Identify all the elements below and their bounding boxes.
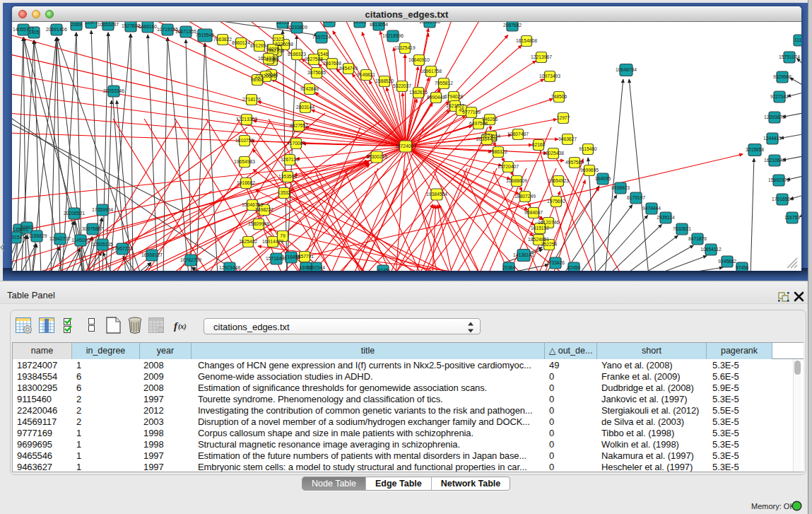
svg-text:7357224: 7357224	[312, 35, 331, 40]
svg-text:10688609: 10688609	[506, 178, 527, 183]
svg-text:9777169: 9777169	[462, 110, 481, 115]
svg-text:4957584: 4957584	[565, 160, 584, 165]
svg-text:17359934: 17359934	[92, 207, 113, 212]
svg-text:30975867: 30975867	[82, 226, 103, 231]
svg-text:92450: 92450	[567, 265, 581, 270]
svg-text:14136141: 14136141	[513, 252, 534, 257]
svg-text:5322037: 5322037	[393, 83, 411, 88]
svg-text:7632621: 7632621	[673, 226, 691, 231]
svg-text:16210643: 16210643	[764, 158, 785, 163]
svg-text:7625402: 7625402	[239, 239, 257, 244]
svg-text:1546: 1546	[318, 52, 329, 57]
svg-text:20364: 20364	[502, 265, 516, 270]
svg-text:16782759: 16782759	[180, 257, 201, 262]
svg-text:1244415: 1244415	[763, 136, 782, 141]
svg-text:98960: 98960	[251, 77, 264, 82]
svg-text:16958127: 16958127	[141, 252, 163, 257]
svg-text:2718176: 2718176	[242, 97, 261, 102]
svg-text:2935114: 2935114	[657, 215, 675, 220]
svg-text:16914479: 16914479	[262, 239, 283, 244]
svg-text:3498222: 3498222	[255, 207, 273, 212]
svg-text:9474444: 9474444	[642, 206, 661, 211]
svg-text:10648784: 10648784	[616, 67, 637, 72]
svg-text:1362615: 1362615	[409, 90, 428, 95]
svg-text:12213967: 12213967	[531, 54, 552, 59]
svg-text:9227342: 9227342	[770, 94, 789, 99]
svg-text:15809948: 15809948	[248, 221, 269, 226]
svg-text:18724007: 18724007	[395, 144, 416, 148]
svg-text:95827: 95827	[323, 22, 336, 23]
svg-text:17957223: 17957223	[112, 246, 133, 251]
svg-text:18524851: 18524851	[528, 237, 549, 242]
svg-text:2069: 2069	[71, 22, 82, 27]
svg-text:8960124: 8960124	[232, 40, 250, 45]
svg-text:15692971: 15692971	[768, 177, 789, 182]
svg-text:1527602: 1527602	[122, 23, 140, 28]
svg-text:2087682: 2087682	[503, 23, 522, 28]
svg-text:25300215: 25300215	[366, 154, 387, 159]
svg-text:7663822: 7663822	[213, 37, 232, 42]
svg-text:12213363: 12213363	[236, 117, 257, 122]
svg-text:12505135: 12505135	[92, 242, 113, 247]
svg-text:8427552: 8427552	[290, 123, 308, 128]
svg-text:4170064: 4170064	[287, 141, 305, 146]
svg-text:12093873: 12093873	[764, 115, 785, 119]
svg-text:97456: 97456	[736, 265, 749, 270]
svg-text:9463627: 9463627	[558, 136, 577, 141]
svg-text:1353594: 1353594	[278, 174, 297, 179]
svg-text:9245682: 9245682	[718, 259, 736, 264]
svg-text:20364436: 20364436	[476, 136, 498, 141]
svg-text:7515546: 7515546	[196, 33, 214, 37]
svg-text:9245: 9245	[378, 268, 389, 271]
svg-text:20992: 20992	[20, 225, 34, 230]
svg-text:1588520: 1588520	[375, 78, 394, 83]
svg-text:8813054: 8813054	[370, 22, 388, 27]
svg-text:8938923: 8938923	[611, 185, 630, 190]
svg-text:16961758: 16961758	[420, 69, 442, 74]
svg-text:19384554: 19384554	[426, 192, 447, 197]
svg-text:6794028: 6794028	[445, 94, 463, 99]
svg-text:62160: 62160	[532, 142, 546, 147]
svg-text:16640910: 16640910	[408, 57, 430, 62]
svg-text:16671355: 16671355	[175, 29, 196, 34]
svg-text:10046768: 10046768	[242, 202, 263, 207]
svg-text:9857791: 9857791	[295, 254, 314, 259]
svg-text:2226058: 2226058	[275, 42, 293, 47]
svg-text:6179197: 6179197	[627, 195, 645, 200]
svg-text:1145190: 1145190	[71, 238, 90, 243]
svg-text:17016504: 17016504	[772, 197, 793, 201]
svg-text:2322: 2322	[273, 37, 284, 42]
svg-text:3215958: 3215958	[746, 147, 764, 152]
svg-text:39154: 39154	[12, 235, 23, 240]
svg-text:20206521: 20206521	[64, 211, 85, 216]
svg-text:3875685: 3875685	[307, 70, 326, 75]
svg-text:1112: 1112	[794, 37, 801, 42]
svg-text:9115460: 9115460	[579, 146, 597, 151]
svg-text:10961768: 10961768	[419, 22, 440, 24]
svg-text:748506: 748506	[551, 94, 567, 99]
svg-text:7955812: 7955812	[435, 81, 453, 86]
svg-text:1733426: 1733426	[546, 260, 565, 265]
svg-text:116753: 116753	[784, 215, 800, 220]
svg-text:1615152: 1615152	[531, 226, 549, 230]
svg-text:19654983: 19654983	[234, 159, 255, 164]
svg-text:164095: 164095	[595, 176, 611, 181]
svg-text:6497568: 6497568	[469, 121, 488, 126]
svg-text:15751074: 15751074	[779, 54, 800, 59]
svg-text:12977: 12977	[85, 22, 98, 25]
svg-text:20053346: 20053346	[103, 88, 124, 93]
svg-text:8186323: 8186323	[288, 52, 306, 57]
svg-text:10654112: 10654112	[700, 247, 722, 252]
svg-text:19218596: 19218596	[382, 33, 404, 38]
svg-text:16154808: 16154808	[516, 38, 537, 43]
svg-text:252254: 252254	[541, 242, 558, 247]
svg-text:11156829: 11156829	[27, 233, 47, 238]
svg-text:9699695: 9699695	[580, 168, 599, 173]
svg-text:12977: 12977	[557, 115, 570, 120]
svg-text:2803144: 2803144	[296, 105, 314, 110]
svg-text:1975692: 1975692	[547, 199, 565, 204]
svg-text:9527508: 9527508	[305, 57, 323, 62]
svg-text:10973493: 10973493	[539, 74, 560, 78]
svg-text:12942737: 12942737	[49, 236, 71, 241]
svg-text:10025438: 10025438	[543, 151, 564, 156]
